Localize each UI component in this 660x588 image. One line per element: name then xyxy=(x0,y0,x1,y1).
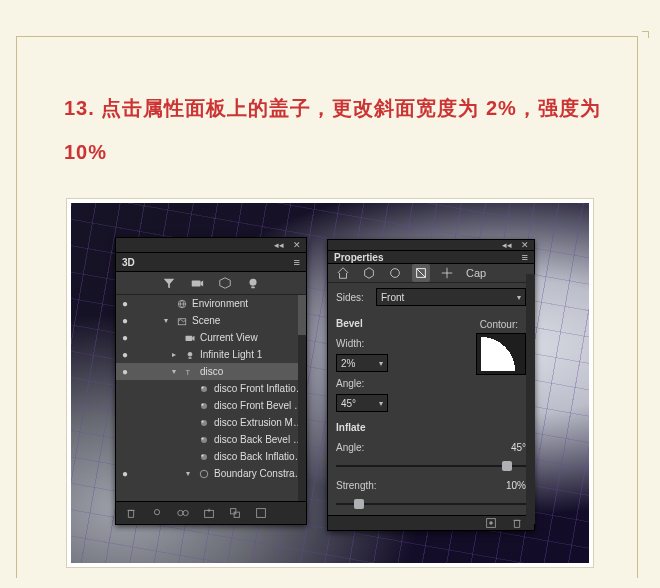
tree-row[interactable]: ●Environment xyxy=(116,295,306,312)
filter-icon[interactable] xyxy=(162,276,176,290)
mesh-icon[interactable] xyxy=(360,264,378,282)
tree-item-label: disco Back Bevel Material xyxy=(214,434,306,445)
panel-prop-head: ◂◂ ✕ xyxy=(328,240,534,251)
bevel-angle-dropdown[interactable]: 45° ▾ xyxy=(336,394,388,412)
panel-menu-icon[interactable]: ≡ xyxy=(294,256,300,268)
inflate-strength-label: Strength: xyxy=(336,480,386,491)
collapse-icon[interactable]: ◂◂ xyxy=(274,240,284,250)
tree-row[interactable]: disco Extrusion Material xyxy=(116,414,306,431)
mat-icon xyxy=(198,383,210,395)
chevron-down-icon: ▾ xyxy=(379,359,383,368)
visibility-toggle[interactable]: ● xyxy=(120,349,130,360)
tree-row[interactable]: ●▾Scene xyxy=(116,312,306,329)
panel-3d: ◂◂ ✕ 3D ≡ ●Environment●▾Scene●Current Vi… xyxy=(115,237,307,525)
visibility-toggle[interactable]: ● xyxy=(120,332,130,343)
material-icon[interactable] xyxy=(386,264,404,282)
inflate-section: Inflate xyxy=(336,419,526,435)
svg-point-6 xyxy=(188,352,193,357)
svg-rect-25 xyxy=(234,512,239,517)
tree-item-label: disco Extrusion Material xyxy=(214,417,306,428)
svg-point-29 xyxy=(489,521,493,525)
lightbulb-icon[interactable] xyxy=(150,506,164,520)
tree-row[interactable]: ●▸Infinite Light 1 xyxy=(116,346,306,363)
screenshot-figure: ◂◂ ✕ 3D ≡ ●Environment●▾Scene●Current Vi… xyxy=(66,198,594,568)
lightbulb-icon[interactable] xyxy=(246,276,260,290)
collapse-icon[interactable]: ◂◂ xyxy=(502,240,512,250)
svg-rect-7 xyxy=(189,357,192,359)
svg-rect-5 xyxy=(186,335,193,340)
trash-icon[interactable] xyxy=(510,516,524,530)
properties-scrollbar[interactable] xyxy=(526,274,535,524)
slider-thumb[interactable] xyxy=(354,499,364,509)
tab-3d[interactable]: 3D xyxy=(122,257,135,268)
bevel-angle-label: Angle: xyxy=(336,378,370,389)
bevel-width-label: Width: xyxy=(336,338,370,349)
svg-point-16 xyxy=(201,437,203,439)
chevron-down-icon: ▾ xyxy=(379,399,383,408)
tree-row[interactable]: disco Front Inflation Mat... xyxy=(116,380,306,397)
tab-properties[interactable]: Properties xyxy=(334,252,383,263)
inflate-angle-slider[interactable] xyxy=(336,465,526,467)
disclosure-triangle[interactable]: ▸ xyxy=(172,350,180,359)
tree-item-label: disco Back Inflation Mate... xyxy=(214,451,306,462)
inflate-strength-slider[interactable] xyxy=(336,503,526,505)
svg-point-18 xyxy=(201,454,203,456)
mat-icon xyxy=(198,451,210,463)
mesh-icon: T xyxy=(184,366,196,378)
camera-icon[interactable] xyxy=(190,276,204,290)
visibility-toggle[interactable]: ● xyxy=(120,298,130,309)
tree-row[interactable]: ●▾Boundary Constraint 1 xyxy=(116,465,306,482)
contour-preview[interactable] xyxy=(476,333,526,375)
cap-icon[interactable] xyxy=(412,264,430,282)
box-icon[interactable] xyxy=(218,276,232,290)
disclosure-triangle[interactable]: ▾ xyxy=(172,367,180,376)
visibility-toggle[interactable]: ● xyxy=(120,468,130,479)
panel-properties: ◂◂ ✕ Properties ≡ Cap Sides: Front xyxy=(327,239,535,531)
tree-row[interactable]: disco Front Bevel Material xyxy=(116,397,306,414)
render-icon[interactable] xyxy=(254,506,268,520)
visibility-toggle[interactable]: ● xyxy=(120,366,130,377)
panel-3d-footbar xyxy=(116,501,306,524)
svg-point-22 xyxy=(183,510,188,515)
properties-body: Sides: Front ▾ Bevel Contour: ▾ Width: 2… xyxy=(328,283,534,515)
svg-point-12 xyxy=(201,403,203,405)
group-icon[interactable] xyxy=(228,506,242,520)
close-icon[interactable]: ✕ xyxy=(292,240,302,250)
panel-menu-icon[interactable]: ≡ xyxy=(522,251,528,263)
trash-icon[interactable] xyxy=(124,506,138,520)
svg-point-14 xyxy=(201,420,203,422)
tree-row[interactable]: ●▾Tdisco xyxy=(116,363,306,380)
tree-item-label: disco Front Bevel Material xyxy=(214,400,306,411)
home-icon[interactable] xyxy=(334,264,352,282)
close-icon[interactable]: ✕ xyxy=(520,240,530,250)
scene-icon xyxy=(176,315,188,327)
tree-scrollbar[interactable] xyxy=(298,295,306,501)
tree-row[interactable]: disco Back Bevel Material xyxy=(116,431,306,448)
tree-item-label: Current View xyxy=(200,332,306,343)
disclosure-triangle[interactable]: ▾ xyxy=(164,316,172,325)
slider-thumb[interactable] xyxy=(502,461,512,471)
tree-item-label: disco xyxy=(200,366,306,377)
coord-icon[interactable] xyxy=(438,264,456,282)
reset-icon[interactable] xyxy=(484,516,498,530)
inflate-angle-value: 45° xyxy=(496,442,526,453)
fx-icon[interactable] xyxy=(176,506,190,520)
inflate-angle-label: Angle: xyxy=(336,442,370,453)
cap-label: Cap xyxy=(466,267,486,279)
tree-item-label: Boundary Constraint 1 xyxy=(214,468,306,479)
light-icon xyxy=(184,349,196,361)
visibility-toggle[interactable]: ● xyxy=(120,315,130,326)
bevel-width-dropdown[interactable]: 2% ▾ xyxy=(336,354,388,372)
tree-row[interactable]: ●Current View xyxy=(116,329,306,346)
svg-point-27 xyxy=(391,269,400,278)
tree-row[interactable]: disco Back Inflation Mate... xyxy=(116,448,306,465)
new-layer-icon[interactable] xyxy=(202,506,216,520)
constr-icon xyxy=(198,468,210,480)
svg-point-20 xyxy=(154,510,159,515)
panel-3d-head: ◂◂ ✕ xyxy=(116,238,306,253)
chevron-down-icon: ▾ xyxy=(517,293,521,302)
tree-item-label: disco Front Inflation Mat... xyxy=(214,383,306,394)
sides-dropdown[interactable]: Front ▾ xyxy=(376,288,526,306)
disclosure-triangle[interactable]: ▾ xyxy=(186,469,194,478)
step-instruction: 13. 点击属性面板上的盖子，更改斜面宽度为 2%，强度为 10% xyxy=(64,86,604,174)
